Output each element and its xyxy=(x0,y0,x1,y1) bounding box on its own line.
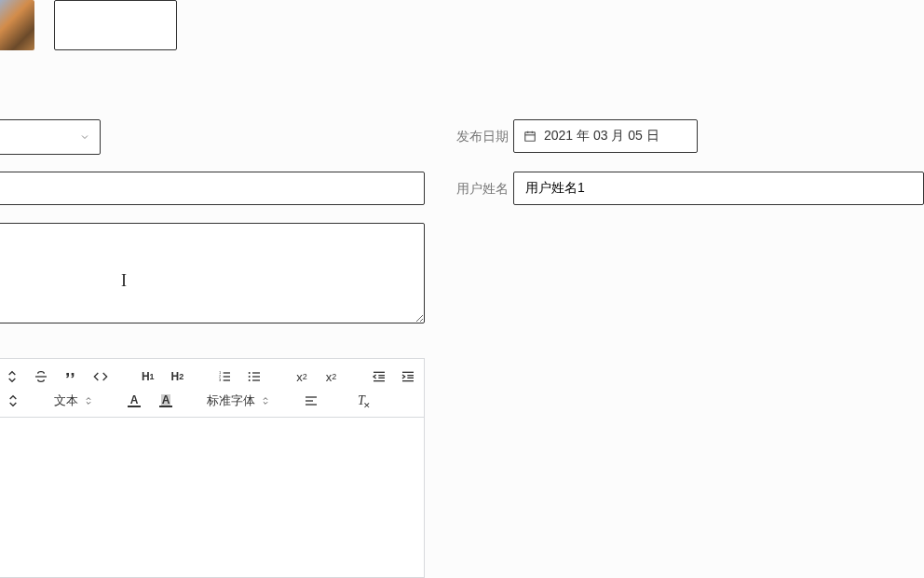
superscript-button[interactable]: x2 xyxy=(323,367,340,386)
editor-toolbar: H1 H2 123 x2 x2 文本 xyxy=(0,359,424,418)
updown-icon-2[interactable] xyxy=(4,392,22,410)
heading2-button[interactable]: H2 xyxy=(170,367,186,386)
artwork xyxy=(0,0,34,50)
highlight-color-button[interactable]: A xyxy=(156,392,175,410)
font-family-label: 文本 xyxy=(54,392,78,409)
description-textarea[interactable] xyxy=(0,223,425,323)
updown-icon[interactable] xyxy=(4,367,20,386)
category-select[interactable] xyxy=(0,119,101,155)
publish-date-value: 2021 年 03 月 05 日 xyxy=(544,128,659,144)
ordered-list-button[interactable]: 123 xyxy=(217,367,234,386)
thumbnail-empty-slot[interactable] xyxy=(54,0,177,50)
svg-text:3: 3 xyxy=(219,378,222,382)
subscript-button[interactable]: x2 xyxy=(293,367,310,386)
svg-point-16 xyxy=(249,379,251,381)
heading1-button[interactable]: H1 xyxy=(140,367,156,386)
username-label: 用户姓名 xyxy=(456,181,509,198)
text-color-button[interactable]: A xyxy=(125,392,143,410)
title-input[interactable] xyxy=(0,172,425,205)
thumbnail-image-1[interactable] xyxy=(0,0,34,50)
svg-point-15 xyxy=(249,376,251,378)
updown-small-icon-2 xyxy=(261,396,270,406)
username-input[interactable] xyxy=(513,172,924,205)
svg-rect-0 xyxy=(525,132,536,141)
clear-format-button[interactable]: T✕ xyxy=(352,392,371,410)
strikethrough-button[interactable] xyxy=(34,367,50,386)
outdent-button[interactable] xyxy=(371,367,387,386)
svg-point-14 xyxy=(249,372,251,374)
publish-date-input[interactable]: 2021 年 03 月 05 日 xyxy=(513,119,698,153)
unordered-list-button[interactable] xyxy=(246,367,263,386)
font-size-label: 标准字体 xyxy=(207,392,255,409)
font-family-select[interactable]: 文本 xyxy=(54,392,93,409)
editor-content-area[interactable] xyxy=(0,418,424,576)
text-cursor: I xyxy=(118,270,129,291)
updown-small-icon xyxy=(84,396,93,406)
indent-button[interactable] xyxy=(400,367,416,386)
rich-text-editor: H1 H2 123 x2 x2 文本 xyxy=(0,358,425,578)
blockquote-button[interactable] xyxy=(62,367,79,386)
chevron-down-icon xyxy=(79,131,90,143)
font-size-select[interactable]: 标准字体 xyxy=(207,392,270,409)
align-button[interactable] xyxy=(302,392,320,410)
calendar-icon xyxy=(523,130,537,143)
publish-date-label: 发布日期 xyxy=(456,129,509,145)
code-button[interactable] xyxy=(92,367,109,386)
